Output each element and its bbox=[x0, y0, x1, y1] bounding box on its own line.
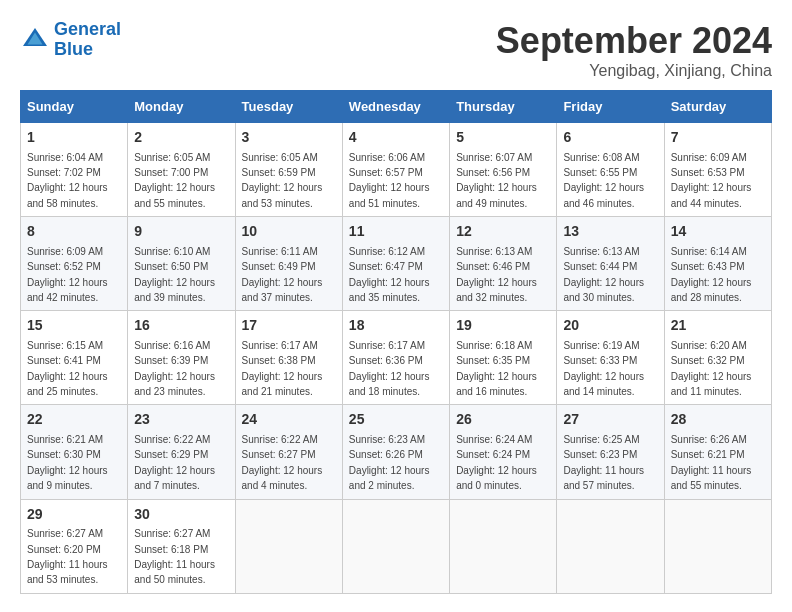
calendar-day-cell: 23Sunrise: 6:22 AMSunset: 6:29 PMDayligh… bbox=[128, 405, 235, 499]
calendar-day-cell: 18Sunrise: 6:17 AMSunset: 6:36 PMDayligh… bbox=[342, 311, 449, 405]
month-title: September 2024 bbox=[496, 20, 772, 62]
calendar-day-cell: 25Sunrise: 6:23 AMSunset: 6:26 PMDayligh… bbox=[342, 405, 449, 499]
day-info: Sunrise: 6:27 AMSunset: 6:18 PMDaylight:… bbox=[134, 528, 215, 585]
calendar-day-cell: 5Sunrise: 6:07 AMSunset: 6:56 PMDaylight… bbox=[450, 123, 557, 217]
day-number: 10 bbox=[242, 222, 336, 242]
day-info: Sunrise: 6:22 AMSunset: 6:29 PMDaylight:… bbox=[134, 434, 215, 491]
day-number: 11 bbox=[349, 222, 443, 242]
weekday-header-thursday: Thursday bbox=[450, 91, 557, 123]
calendar-day-cell: 10Sunrise: 6:11 AMSunset: 6:49 PMDayligh… bbox=[235, 217, 342, 311]
day-number: 27 bbox=[563, 410, 657, 430]
day-number: 24 bbox=[242, 410, 336, 430]
day-info: Sunrise: 6:07 AMSunset: 6:56 PMDaylight:… bbox=[456, 152, 537, 209]
calendar-day-cell: 1Sunrise: 6:04 AMSunset: 7:02 PMDaylight… bbox=[21, 123, 128, 217]
day-number: 5 bbox=[456, 128, 550, 148]
logo-line1: General bbox=[54, 19, 121, 39]
day-info: Sunrise: 6:20 AMSunset: 6:32 PMDaylight:… bbox=[671, 340, 752, 397]
day-info: Sunrise: 6:21 AMSunset: 6:30 PMDaylight:… bbox=[27, 434, 108, 491]
weekday-header-friday: Friday bbox=[557, 91, 664, 123]
calendar-week-row: 29Sunrise: 6:27 AMSunset: 6:20 PMDayligh… bbox=[21, 499, 772, 593]
calendar-day-cell: 15Sunrise: 6:15 AMSunset: 6:41 PMDayligh… bbox=[21, 311, 128, 405]
day-number: 21 bbox=[671, 316, 765, 336]
logo-icon bbox=[20, 25, 50, 55]
day-number: 2 bbox=[134, 128, 228, 148]
day-info: Sunrise: 6:13 AMSunset: 6:44 PMDaylight:… bbox=[563, 246, 644, 303]
day-number: 20 bbox=[563, 316, 657, 336]
day-info: Sunrise: 6:16 AMSunset: 6:39 PMDaylight:… bbox=[134, 340, 215, 397]
calendar-day-cell: 9Sunrise: 6:10 AMSunset: 6:50 PMDaylight… bbox=[128, 217, 235, 311]
day-info: Sunrise: 6:17 AMSunset: 6:36 PMDaylight:… bbox=[349, 340, 430, 397]
day-info: Sunrise: 6:23 AMSunset: 6:26 PMDaylight:… bbox=[349, 434, 430, 491]
day-number: 9 bbox=[134, 222, 228, 242]
calendar-week-row: 22Sunrise: 6:21 AMSunset: 6:30 PMDayligh… bbox=[21, 405, 772, 499]
day-info: Sunrise: 6:12 AMSunset: 6:47 PMDaylight:… bbox=[349, 246, 430, 303]
day-info: Sunrise: 6:06 AMSunset: 6:57 PMDaylight:… bbox=[349, 152, 430, 209]
weekday-header-saturday: Saturday bbox=[664, 91, 771, 123]
calendar-day-cell bbox=[557, 499, 664, 593]
day-number: 30 bbox=[134, 505, 228, 525]
calendar-day-cell: 19Sunrise: 6:18 AMSunset: 6:35 PMDayligh… bbox=[450, 311, 557, 405]
day-info: Sunrise: 6:09 AMSunset: 6:52 PMDaylight:… bbox=[27, 246, 108, 303]
day-info: Sunrise: 6:11 AMSunset: 6:49 PMDaylight:… bbox=[242, 246, 323, 303]
day-number: 23 bbox=[134, 410, 228, 430]
logo: General Blue bbox=[20, 20, 121, 60]
day-info: Sunrise: 6:05 AMSunset: 7:00 PMDaylight:… bbox=[134, 152, 215, 209]
logo-text: General Blue bbox=[54, 20, 121, 60]
day-number: 13 bbox=[563, 222, 657, 242]
day-info: Sunrise: 6:24 AMSunset: 6:24 PMDaylight:… bbox=[456, 434, 537, 491]
calendar-day-cell: 12Sunrise: 6:13 AMSunset: 6:46 PMDayligh… bbox=[450, 217, 557, 311]
calendar-day-cell: 14Sunrise: 6:14 AMSunset: 6:43 PMDayligh… bbox=[664, 217, 771, 311]
day-number: 7 bbox=[671, 128, 765, 148]
day-number: 8 bbox=[27, 222, 121, 242]
day-number: 19 bbox=[456, 316, 550, 336]
calendar-day-cell: 27Sunrise: 6:25 AMSunset: 6:23 PMDayligh… bbox=[557, 405, 664, 499]
calendar-day-cell bbox=[342, 499, 449, 593]
calendar-day-cell: 4Sunrise: 6:06 AMSunset: 6:57 PMDaylight… bbox=[342, 123, 449, 217]
calendar-day-cell: 22Sunrise: 6:21 AMSunset: 6:30 PMDayligh… bbox=[21, 405, 128, 499]
day-info: Sunrise: 6:26 AMSunset: 6:21 PMDaylight:… bbox=[671, 434, 752, 491]
calendar-day-cell: 7Sunrise: 6:09 AMSunset: 6:53 PMDaylight… bbox=[664, 123, 771, 217]
calendar-day-cell: 29Sunrise: 6:27 AMSunset: 6:20 PMDayligh… bbox=[21, 499, 128, 593]
calendar-day-cell bbox=[664, 499, 771, 593]
calendar-day-cell: 11Sunrise: 6:12 AMSunset: 6:47 PMDayligh… bbox=[342, 217, 449, 311]
day-info: Sunrise: 6:25 AMSunset: 6:23 PMDaylight:… bbox=[563, 434, 644, 491]
day-info: Sunrise: 6:14 AMSunset: 6:43 PMDaylight:… bbox=[671, 246, 752, 303]
day-number: 18 bbox=[349, 316, 443, 336]
calendar-day-cell: 20Sunrise: 6:19 AMSunset: 6:33 PMDayligh… bbox=[557, 311, 664, 405]
calendar-day-cell: 3Sunrise: 6:05 AMSunset: 6:59 PMDaylight… bbox=[235, 123, 342, 217]
calendar-week-row: 1Sunrise: 6:04 AMSunset: 7:02 PMDaylight… bbox=[21, 123, 772, 217]
calendar-week-row: 8Sunrise: 6:09 AMSunset: 6:52 PMDaylight… bbox=[21, 217, 772, 311]
calendar-day-cell: 16Sunrise: 6:16 AMSunset: 6:39 PMDayligh… bbox=[128, 311, 235, 405]
calendar-day-cell: 30Sunrise: 6:27 AMSunset: 6:18 PMDayligh… bbox=[128, 499, 235, 593]
calendar-day-cell: 8Sunrise: 6:09 AMSunset: 6:52 PMDaylight… bbox=[21, 217, 128, 311]
weekday-header-monday: Monday bbox=[128, 91, 235, 123]
day-info: Sunrise: 6:22 AMSunset: 6:27 PMDaylight:… bbox=[242, 434, 323, 491]
calendar-day-cell: 24Sunrise: 6:22 AMSunset: 6:27 PMDayligh… bbox=[235, 405, 342, 499]
day-info: Sunrise: 6:04 AMSunset: 7:02 PMDaylight:… bbox=[27, 152, 108, 209]
day-number: 6 bbox=[563, 128, 657, 148]
day-number: 29 bbox=[27, 505, 121, 525]
weekday-header-row: SundayMondayTuesdayWednesdayThursdayFrid… bbox=[21, 91, 772, 123]
day-number: 1 bbox=[27, 128, 121, 148]
calendar-week-row: 15Sunrise: 6:15 AMSunset: 6:41 PMDayligh… bbox=[21, 311, 772, 405]
day-info: Sunrise: 6:08 AMSunset: 6:55 PMDaylight:… bbox=[563, 152, 644, 209]
calendar-day-cell: 21Sunrise: 6:20 AMSunset: 6:32 PMDayligh… bbox=[664, 311, 771, 405]
calendar-day-cell bbox=[235, 499, 342, 593]
calendar-day-cell: 17Sunrise: 6:17 AMSunset: 6:38 PMDayligh… bbox=[235, 311, 342, 405]
day-number: 26 bbox=[456, 410, 550, 430]
day-info: Sunrise: 6:15 AMSunset: 6:41 PMDaylight:… bbox=[27, 340, 108, 397]
day-number: 17 bbox=[242, 316, 336, 336]
page-header: General Blue September 2024 Yengibag, Xi… bbox=[20, 20, 772, 80]
day-number: 12 bbox=[456, 222, 550, 242]
day-number: 3 bbox=[242, 128, 336, 148]
weekday-header-tuesday: Tuesday bbox=[235, 91, 342, 123]
day-number: 16 bbox=[134, 316, 228, 336]
day-info: Sunrise: 6:05 AMSunset: 6:59 PMDaylight:… bbox=[242, 152, 323, 209]
day-number: 14 bbox=[671, 222, 765, 242]
weekday-header-wednesday: Wednesday bbox=[342, 91, 449, 123]
calendar-day-cell: 26Sunrise: 6:24 AMSunset: 6:24 PMDayligh… bbox=[450, 405, 557, 499]
calendar-day-cell: 13Sunrise: 6:13 AMSunset: 6:44 PMDayligh… bbox=[557, 217, 664, 311]
day-info: Sunrise: 6:17 AMSunset: 6:38 PMDaylight:… bbox=[242, 340, 323, 397]
title-section: September 2024 Yengibag, Xinjiang, China bbox=[496, 20, 772, 80]
logo-line2: Blue bbox=[54, 39, 93, 59]
